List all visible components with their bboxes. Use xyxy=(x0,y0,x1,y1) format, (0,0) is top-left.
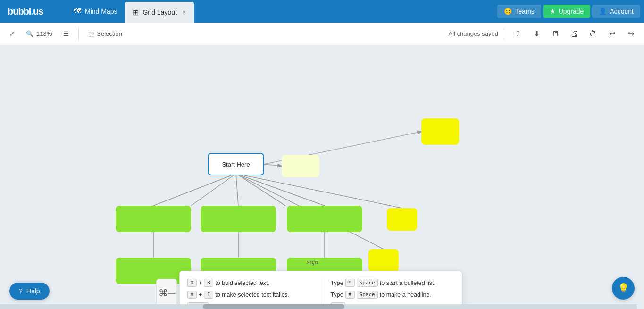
svg-line-2 xyxy=(153,174,236,206)
scrollbar-thumb[interactable] xyxy=(203,304,344,309)
help-icon: ? xyxy=(19,287,23,295)
print-button[interactable]: 🖨 xyxy=(567,26,582,42)
svg-line-6 xyxy=(236,174,325,206)
cmd-key: ⌘ xyxy=(187,279,197,287)
undo-icon: ↩ xyxy=(609,29,615,38)
teams-button[interactable]: 🙂 Teams xyxy=(497,5,541,18)
account-button[interactable]: 👤 Account xyxy=(592,5,640,18)
mindmaps-tab-label: Mind Maps xyxy=(85,8,117,15)
print-icon: 🖨 xyxy=(570,30,578,38)
close-tab-icon[interactable]: × xyxy=(183,9,186,16)
teams-icon: 🙂 xyxy=(504,8,512,15)
asterisk-key: * xyxy=(345,279,355,287)
top-nav: bubbl.us 🗺 Mind Maps ⊞ Grid Layout × 🙂 T… xyxy=(0,0,644,23)
tooltip-row-headline: Type # Space to make a headline. xyxy=(331,291,455,299)
menu-btn[interactable]: ☰ xyxy=(59,28,73,39)
bold-hint: to bold selected text. xyxy=(215,280,269,286)
svg-line-4 xyxy=(236,174,238,206)
yellow-node-mid-right[interactable] xyxy=(387,208,417,231)
yellow-node-lower[interactable] xyxy=(368,249,399,272)
nav-right: 🙂 Teams ★ Upgrade 👤 Account xyxy=(493,0,644,23)
upgrade-label: Upgrade xyxy=(559,8,584,15)
selection-icon: ⬚ xyxy=(88,30,94,37)
history-button[interactable]: ⏱ xyxy=(585,26,601,42)
toolbar-separator-2 xyxy=(504,28,504,40)
undo-button[interactable]: ↩ xyxy=(604,26,619,42)
space-key-1: Space xyxy=(357,279,378,287)
upgrade-icon: ★ xyxy=(550,8,556,15)
present-button[interactable]: 🖥 xyxy=(548,26,563,42)
tooltip-row-bold: ⌘ + B to bold selected text. xyxy=(187,279,311,287)
i-key: I xyxy=(204,291,213,299)
green-node-3[interactable] xyxy=(287,206,362,232)
italic-hint: to make selected text italics. xyxy=(215,292,289,298)
keyboard-icon: ⌘━━━ xyxy=(156,279,177,307)
logo: bubbl.us xyxy=(8,6,43,17)
svg-line-1 xyxy=(264,164,282,166)
menu-icon: ☰ xyxy=(63,30,69,37)
redo-icon: ↪ xyxy=(628,29,634,38)
lightbulb-button[interactable]: 💡 xyxy=(612,277,635,300)
zoom-level: 113% xyxy=(36,30,52,37)
tooltip-row-italic: ⌘ + I to make selected text italics. xyxy=(187,291,311,299)
mindmaps-tab-icon: 🗺 xyxy=(74,7,81,16)
present-icon: 🖥 xyxy=(552,30,559,38)
green-node-2[interactable] xyxy=(201,206,276,232)
toolbar-separator-1 xyxy=(78,28,79,40)
tab-mindmaps[interactable]: 🗺 Mind Maps xyxy=(66,0,125,23)
download-button[interactable]: ⬇ xyxy=(529,26,544,42)
italic-label: sαjα xyxy=(307,259,318,266)
tab-grid-layout[interactable]: ⊞ Grid Layout × xyxy=(125,2,193,23)
start-node-text: Start Here xyxy=(222,161,250,168)
account-label: Account xyxy=(610,8,634,15)
help-label: Help xyxy=(26,287,40,295)
space-key-2: Space xyxy=(357,291,378,299)
canvas-area[interactable]: Start Here sαjα ⌘━━━ ⌘ + B to bold selec… xyxy=(0,45,644,309)
horizontal-scrollbar[interactable] xyxy=(0,304,637,309)
light-yellow-node-right[interactable] xyxy=(282,155,319,177)
lightbulb-icon: 💡 xyxy=(618,283,629,294)
cmd-key-2: ⌘ xyxy=(187,291,197,299)
yellow-node-top-right[interactable] xyxy=(421,118,459,145)
bullet-hint: to start a bulleted list. xyxy=(380,280,435,286)
help-button[interactable]: ? Help xyxy=(9,283,50,300)
selection-tool[interactable]: ⬚ Selection xyxy=(84,28,125,39)
save-status: All changes saved xyxy=(448,30,498,37)
redo-button[interactable]: ↪ xyxy=(623,26,638,42)
svg-line-7 xyxy=(236,174,402,208)
upgrade-button[interactable]: ★ Upgrade xyxy=(543,5,591,18)
share-button[interactable]: ⤴ xyxy=(510,26,525,42)
tooltip-box: ⌘━━━ ⌘ + B to bold selected text. ⌘ + I … xyxy=(179,271,462,309)
download-icon: ⬇ xyxy=(534,29,540,38)
headline-hint: to make a headline. xyxy=(380,292,431,298)
account-icon: 👤 xyxy=(599,8,607,15)
zoom-icon: 🔍 xyxy=(26,30,33,37)
teams-label: Teams xyxy=(515,8,534,15)
hash-key: # xyxy=(345,291,355,299)
expand-icon: ⤢ xyxy=(9,30,15,37)
history-icon: ⏱ xyxy=(589,30,597,38)
share-icon: ⤴ xyxy=(516,30,519,38)
svg-line-5 xyxy=(236,174,285,206)
selection-label: Selection xyxy=(97,30,122,37)
toolbar: ⤢ 🔍 113% ☰ ⬚ Selection All changes saved… xyxy=(0,23,644,45)
svg-line-3 xyxy=(191,174,236,206)
zoom-control[interactable]: 🔍 113% xyxy=(22,28,56,39)
grid-layout-tab-icon: ⊞ xyxy=(133,8,139,17)
green-node-1[interactable] xyxy=(116,206,191,232)
b-key: B xyxy=(204,279,213,287)
start-node[interactable]: Start Here xyxy=(208,153,264,175)
expand-btn[interactable]: ⤢ xyxy=(6,28,18,39)
grid-layout-tab-label: Grid Layout xyxy=(142,8,176,16)
tooltip-row-bullet: Type * Space to start a bulleted list. xyxy=(331,279,455,287)
logo-area: bubbl.us xyxy=(0,0,66,23)
